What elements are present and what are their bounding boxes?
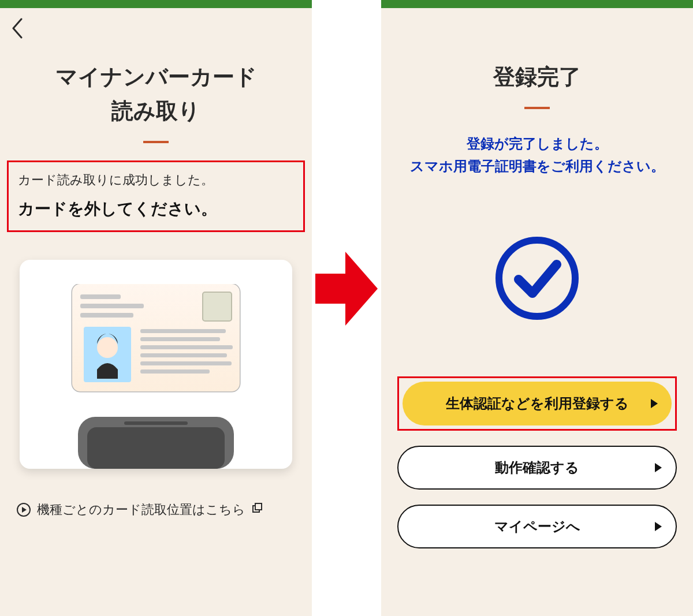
link-text: 機種ごとのカード読取位置はこちら	[37, 501, 245, 518]
highlighted-button-wrap: 生体認証などを利用登録する	[397, 376, 677, 431]
svg-rect-15	[87, 427, 225, 469]
page-title: 登録完了	[381, 48, 693, 126]
info-line-2: スマホ用電子証明書をご利用ください。	[410, 158, 665, 174]
back-icon[interactable]	[10, 18, 25, 39]
check-operation-button[interactable]: 動作確認する	[397, 446, 677, 490]
check-circle-icon	[381, 233, 693, 323]
header-row	[381, 8, 693, 48]
top-bar	[0, 0, 312, 8]
button-wrap: マイページへ	[397, 505, 677, 548]
completion-message: 登録が完了しました。 スマホ用電子証明書をご利用ください。	[381, 132, 693, 178]
svg-rect-19	[255, 503, 262, 510]
svg-rect-4	[80, 313, 133, 318]
screens-gap	[312, 0, 381, 616]
external-link-icon	[251, 502, 263, 517]
status-message-box: カード読み取りに成功しました。 カードを外してください。	[7, 160, 305, 232]
svg-point-7	[97, 337, 118, 358]
svg-rect-11	[140, 353, 227, 357]
svg-rect-12	[140, 361, 232, 365]
svg-rect-9	[140, 337, 220, 341]
info-line-1: 登録が完了しました。	[467, 136, 608, 151]
transition-arrow-icon	[315, 252, 378, 326]
chevron-right-icon	[655, 463, 662, 472]
button-label: 動作確認する	[495, 458, 579, 477]
svg-point-20	[499, 240, 575, 316]
svg-rect-3	[80, 304, 144, 308]
card-position-link[interactable]: 機種ごとのカード読取位置はこちら	[0, 501, 312, 518]
play-circle-icon	[16, 502, 31, 517]
chevron-right-icon	[655, 522, 662, 531]
screen-complete: 登録完了 登録が完了しました。 スマホ用電子証明書をご利用ください。 生体認証な…	[381, 0, 693, 616]
status-line-1: カード読み取りに成功しました。	[18, 171, 294, 189]
button-label: 生体認証などを利用登録する	[446, 394, 629, 413]
chevron-right-icon	[651, 399, 658, 408]
button-column: 生体認証などを利用登録する 動作確認する マイページへ	[381, 376, 693, 548]
svg-rect-16	[124, 421, 188, 425]
title-line-1: マイナンバーカード	[55, 65, 257, 89]
svg-rect-13	[140, 369, 210, 374]
svg-rect-10	[140, 345, 233, 349]
svg-rect-5	[203, 292, 232, 321]
title-line-2: 読み取り	[111, 99, 200, 123]
title-divider	[143, 141, 169, 143]
svg-rect-2	[80, 294, 121, 299]
svg-rect-8	[140, 329, 226, 333]
header-row	[0, 8, 312, 48]
card-scan-illustration	[20, 260, 292, 469]
button-wrap: 動作確認する	[397, 446, 677, 490]
mypage-button[interactable]: マイページへ	[397, 505, 677, 548]
status-line-2: カードを外してください。	[18, 198, 294, 220]
page-title: マイナンバーカード 読み取り	[0, 48, 312, 160]
title-text: 登録完了	[493, 65, 581, 89]
screen-card-read: マイナンバーカード 読み取り カード読み取りに成功しました。 カードを外してくだ…	[0, 0, 312, 616]
title-divider	[524, 107, 550, 109]
button-label: マイページへ	[494, 517, 580, 536]
top-bar	[381, 0, 693, 8]
register-biometrics-button[interactable]: 生体認証などを利用登録する	[403, 382, 672, 425]
